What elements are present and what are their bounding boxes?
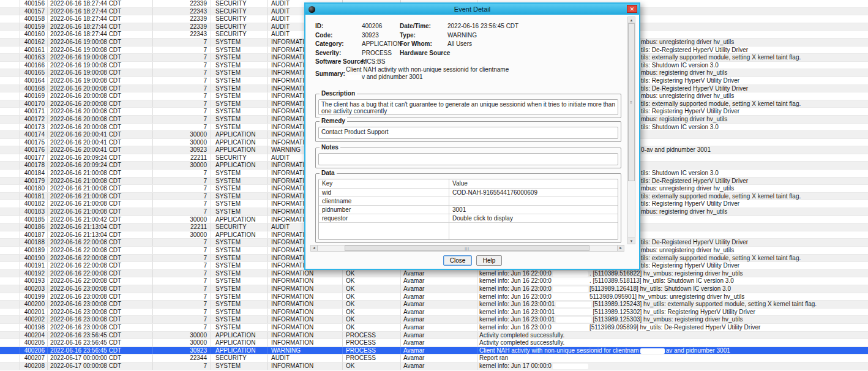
remedy-text[interactable]: Contact Product Support bbox=[318, 127, 618, 139]
cell-gut bbox=[0, 108, 20, 115]
data-table: Key Value widCOD-NAH-9165544176000609cli… bbox=[318, 179, 618, 240]
cell-id: 400159 bbox=[20, 23, 48, 31]
cell-dt: 2022-06-16 23:56:45 CDT bbox=[48, 339, 153, 347]
cell-code: 22339 bbox=[153, 15, 211, 23]
scroll-right-icon[interactable]: ► bbox=[617, 245, 624, 251]
cell-code: 30000 bbox=[153, 162, 211, 169]
cell-id: 400178 bbox=[20, 162, 48, 169]
cell-code: 7 bbox=[153, 62, 211, 69]
data-row[interactable]: clientname bbox=[319, 197, 618, 206]
table-row[interactable]: 4001992022-06-16 23:00:08 CDT7SYSTEMINFO… bbox=[0, 293, 868, 301]
cell-cat: SYSTEM bbox=[211, 170, 268, 177]
horizontal-scrollbar[interactable]: ◄ ||| ► bbox=[310, 245, 624, 252]
cell-id: 400186 bbox=[20, 223, 48, 231]
table-row[interactable]: 4001922022-06-16 22:00:08 CDT7SYSTEMINFO… bbox=[0, 270, 868, 278]
cell-code: 30000 bbox=[153, 339, 211, 347]
field-summary: Summary: Client NAH activity with non-un… bbox=[315, 66, 624, 81]
cell-st: OK bbox=[343, 293, 401, 301]
cell-desc: Report ran bbox=[477, 354, 868, 362]
data-row[interactable]: widCOD-NAH-9165544176000609 bbox=[319, 189, 618, 197]
cell-id: 400207 bbox=[20, 354, 48, 362]
table-row[interactable]: 4002012022-06-16 23:00:08 CDT7SYSTEMINFO… bbox=[0, 309, 868, 317]
data-value: 3001 bbox=[449, 206, 618, 214]
scroll-down-icon[interactable]: ▼ bbox=[628, 238, 635, 244]
table-row[interactable]: 4002072022-06-17 00:00:00 CDT22344SECURI… bbox=[0, 354, 868, 362]
table-row[interactable]: 4001932022-06-16 22:00:08 CDT7SYSTEMINFO… bbox=[0, 277, 868, 285]
horizontal-scrollbar-thumb[interactable]: ||| bbox=[345, 245, 589, 251]
cell-code: 7 bbox=[153, 69, 211, 77]
cell-gut bbox=[0, 324, 20, 331]
cell-gut bbox=[0, 309, 20, 316]
redaction bbox=[553, 287, 588, 292]
field-label-summary: Summary: bbox=[315, 70, 346, 77]
cell-desc: kernel info: Jun 16 22:00:0. [5110389.51… bbox=[477, 270, 868, 277]
data-column-divider bbox=[449, 179, 449, 239]
table-row[interactable]: 4002052022-06-16 23:56:45 CDT30000APPLIC… bbox=[0, 339, 868, 347]
field-value-severity: PROCESS bbox=[362, 50, 400, 59]
cell-src: Avamar bbox=[401, 285, 477, 293]
cell-gut bbox=[0, 231, 20, 239]
cell-code: 30923 bbox=[153, 146, 211, 154]
table-row[interactable]: 4002082022-06-17 00:00:08 CDT7SYSTEMINFO… bbox=[0, 362, 868, 370]
cell-dt: 2022-06-16 21:13:04 CDT bbox=[48, 231, 153, 239]
data-header-row: Key Value bbox=[319, 179, 618, 189]
cell-st: PROCESS bbox=[343, 332, 401, 339]
cell-gut bbox=[0, 293, 20, 301]
cell-id: 400188 bbox=[20, 239, 48, 246]
cell-type: INFORMATION bbox=[268, 293, 343, 301]
data-value bbox=[449, 197, 618, 205]
cell-gut bbox=[0, 77, 20, 84]
data-row[interactable]: requestorDouble click to display bbox=[319, 214, 618, 223]
cell-code: 7 bbox=[153, 200, 211, 208]
cell-cat: SECURITY bbox=[211, 23, 268, 31]
table-row[interactable]: 4002022022-06-16 23:00:08 CDT7SYSTEMINFO… bbox=[0, 316, 868, 324]
cell-gut bbox=[0, 316, 20, 323]
data-row[interactable]: pidnumber3001 bbox=[319, 206, 618, 214]
data-key: clientname bbox=[319, 197, 449, 205]
cell-code: 7 bbox=[153, 301, 211, 308]
help-button[interactable]: Help bbox=[476, 255, 502, 266]
redaction bbox=[553, 271, 588, 277]
cell-code: 7 bbox=[153, 108, 211, 115]
description-text[interactable]: The client has a bug that it can't guara… bbox=[318, 99, 618, 115]
vertical-scrollbar[interactable]: ▲ ≡ ▼ bbox=[627, 17, 635, 244]
cell-desc: kernel info: Jun 16 23:00:0[5113989.0958… bbox=[477, 324, 868, 331]
redaction bbox=[347, 75, 361, 80]
cell-gut bbox=[0, 223, 20, 231]
cell-cat: SYSTEM bbox=[211, 255, 268, 262]
scroll-left-icon[interactable]: ◄ bbox=[311, 245, 318, 251]
cell-cat: SYSTEM bbox=[211, 193, 268, 200]
table-row[interactable]: 4001982022-06-16 23:00:08 CDT7SYSTEMINFO… bbox=[0, 324, 868, 332]
cell-cat: SYSTEM bbox=[211, 309, 268, 316]
cell-id: 400163 bbox=[20, 54, 48, 61]
cell-code: 7 bbox=[153, 54, 211, 61]
cell-gut bbox=[0, 39, 20, 46]
dialog-titlebar[interactable]: Event Detail ✕ bbox=[305, 4, 639, 15]
vertical-scrollbar-thumb[interactable]: ≡ bbox=[628, 23, 635, 181]
redaction bbox=[556, 317, 591, 323]
cell-gut bbox=[0, 216, 20, 223]
cell-dt: 2022-06-16 19:00:08 CDT bbox=[48, 69, 153, 77]
cell-src: Avamar bbox=[401, 362, 477, 370]
cell-cat: SYSTEM bbox=[211, 77, 268, 84]
cell-cat: APPLICATION bbox=[211, 339, 268, 347]
scroll-up-icon[interactable]: ▲ bbox=[628, 17, 635, 23]
cell-type: INFORMATION bbox=[268, 277, 343, 285]
notes-text[interactable] bbox=[318, 153, 618, 165]
cell-id: 400171 bbox=[20, 108, 48, 115]
data-value: Double click to display bbox=[449, 214, 618, 222]
cell-st: OK bbox=[343, 301, 401, 308]
table-row[interactable]: 4002042022-06-16 23:56:45 CDT30000APPLIC… bbox=[0, 332, 868, 340]
table-row[interactable]: 4002062022-06-16 23:56:45 CDT30923APPLIC… bbox=[0, 347, 868, 355]
cell-id: 400168 bbox=[20, 85, 48, 92]
table-row[interactable]: 4002032022-06-16 23:00:08 CDT7SYSTEMINFO… bbox=[0, 285, 868, 293]
close-button[interactable]: Close bbox=[443, 255, 472, 266]
close-icon[interactable]: ✕ bbox=[627, 5, 637, 13]
cell-type: INFORMATION bbox=[268, 362, 343, 370]
data-key: requestor bbox=[319, 214, 449, 222]
cell-code: 7 bbox=[153, 293, 211, 301]
cell-dt: 2022-06-16 19:00:08 CDT bbox=[48, 77, 153, 84]
cell-code: 7 bbox=[153, 239, 211, 246]
dialog-title: Event Detail bbox=[305, 6, 639, 13]
table-row[interactable]: 4002002022-06-16 23:00:08 CDT7SYSTEMINFO… bbox=[0, 301, 868, 309]
